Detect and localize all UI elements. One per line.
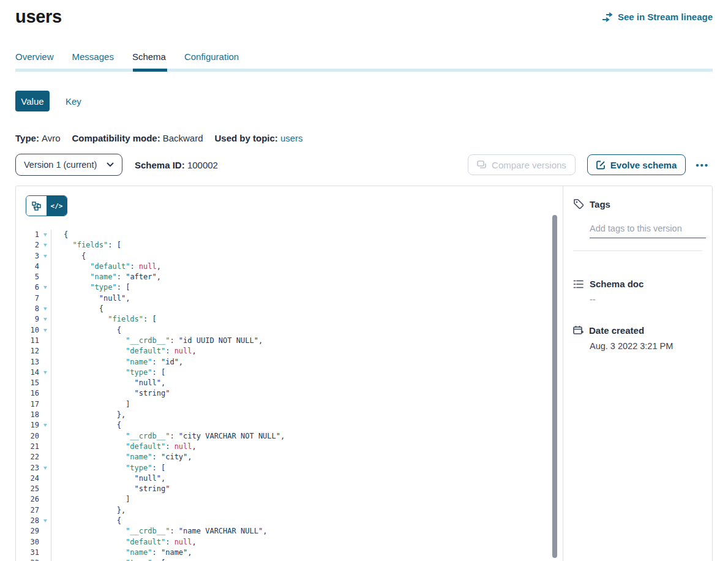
line-number: 19: [16, 420, 39, 431]
page-title: users: [15, 7, 62, 27]
tab-bar: Overview Messages Schema Configuration: [15, 51, 713, 69]
schema-id-label: Schema ID:: [135, 160, 185, 170]
stream-lineage-link[interactable]: See in Stream lineage: [602, 12, 713, 22]
code-text: "__crdb__": "name VARCHAR NULL",: [51, 526, 267, 537]
code-text: "name": "name",: [51, 548, 192, 558]
fold-caret-icon[interactable]: [39, 282, 51, 293]
fold-caret-icon[interactable]: [39, 558, 51, 561]
fold-gutter: [39, 452, 51, 462]
line-number: 16: [16, 388, 39, 399]
code-line: 24 "null",: [16, 473, 563, 484]
value-toggle-button[interactable]: Value: [15, 91, 50, 111]
fold-caret-icon[interactable]: [39, 230, 51, 240]
fold-caret-icon[interactable]: [39, 516, 51, 526]
tags-heading: Tags: [590, 199, 610, 209]
add-tags-input[interactable]: [590, 224, 706, 238]
code-line: 22 "name": "city",: [16, 452, 563, 462]
fold-caret-icon[interactable]: [39, 314, 51, 325]
line-number: 21: [16, 442, 39, 452]
code-line: 30 "default": null,: [16, 537, 563, 548]
used-by-topic-link[interactable]: users: [280, 133, 303, 143]
tag-icon: [573, 198, 584, 209]
line-number: 30: [16, 537, 39, 548]
used-by-topic-label: Used by topic:: [215, 133, 278, 143]
line-number: 13: [16, 357, 39, 367]
editor-scrollbar[interactable]: [552, 215, 557, 558]
more-actions-button[interactable]: •••: [692, 157, 713, 173]
fold-gutter: [39, 357, 51, 367]
fold-gutter: [39, 410, 51, 420]
tree-view-button[interactable]: [26, 196, 47, 216]
tab-messages[interactable]: Messages: [72, 51, 114, 69]
code-text: "null",: [51, 293, 130, 304]
code-block: 1{2 "fields": [3 {4 "default": null,5 "n…: [16, 230, 563, 561]
code-line: 16 "string": [16, 388, 563, 399]
key-toggle-button[interactable]: Key: [66, 96, 81, 107]
code-line: 19 {: [16, 420, 563, 431]
code-text: ]: [51, 399, 130, 410]
code-text: {: [51, 420, 121, 431]
code-line: 3 {: [16, 251, 563, 262]
edit-icon: [596, 160, 606, 170]
line-number: 31: [16, 548, 39, 558]
code-text: "type": [: [51, 558, 165, 561]
date-created-heading: Date created: [589, 325, 644, 336]
line-number: 7: [16, 293, 39, 304]
schema-id-value: 100002: [187, 160, 218, 170]
compare-icon: [477, 160, 487, 170]
type-label: Type:: [15, 133, 39, 143]
version-dropdown[interactable]: Version 1 (current): [15, 154, 122, 176]
schema-id: Schema ID: 100002: [135, 160, 218, 170]
compatibility-meta: Compatibility mode:Backward: [72, 133, 203, 143]
version-dropdown-value: Version 1 (current): [24, 160, 97, 170]
fold-gutter: [39, 484, 51, 494]
code-line: 29 "__crdb__": "name VARCHAR NULL",: [16, 526, 563, 537]
fold-gutter: [39, 442, 51, 452]
fold-caret-icon[interactable]: [39, 304, 51, 314]
code-text: "string": [51, 388, 170, 399]
line-number: 3: [16, 251, 39, 262]
fold-caret-icon[interactable]: [39, 367, 51, 378]
line-number: 27: [16, 505, 39, 516]
line-number: 28: [16, 516, 39, 526]
line-number: 17: [16, 399, 39, 410]
code-line: 10 {: [16, 325, 563, 336]
code-line: 9 "fields": [: [16, 314, 563, 325]
tab-overview[interactable]: Overview: [15, 51, 54, 69]
code-text: },: [51, 505, 126, 516]
fold-caret-icon[interactable]: [39, 420, 51, 431]
fold-caret-icon[interactable]: [39, 251, 51, 262]
compare-versions-label: Compare versions: [492, 160, 566, 170]
code-line: 2 "fields": [: [16, 240, 563, 250]
tab-schema[interactable]: Schema: [132, 51, 166, 69]
fold-caret-icon[interactable]: [39, 325, 51, 336]
schema-doc-heading: Schema doc: [590, 279, 644, 289]
schema-controls-row: Version 1 (current) Schema ID: 100002 Co…: [15, 154, 713, 176]
line-number: 9: [16, 314, 39, 325]
page-header: users See in Stream lineage: [15, 0, 713, 28]
date-created-section-header: Date created: [573, 325, 702, 336]
code-line: 27 },: [16, 505, 563, 516]
code-text: {: [51, 516, 121, 526]
code-line: 20 "__crdb__": "city VARCHAR NOT NULL",: [16, 431, 563, 442]
fold-gutter: [39, 388, 51, 399]
fold-gutter: [39, 272, 51, 282]
code-text: {: [51, 230, 68, 240]
evolve-schema-button[interactable]: Evolve schema: [587, 154, 686, 175]
code-text: {: [51, 304, 103, 314]
code-view-icon: </>: [51, 202, 63, 210]
line-number: 5: [16, 272, 39, 282]
fold-gutter: [39, 473, 51, 484]
code-text: ]: [51, 494, 130, 505]
fold-caret-icon[interactable]: [39, 240, 51, 250]
code-line: 7 "null",: [16, 293, 563, 304]
line-number: 32: [16, 558, 39, 561]
tab-active-indicator: [133, 69, 167, 72]
compare-versions-button[interactable]: Compare versions: [468, 154, 576, 175]
fold-caret-icon[interactable]: [39, 463, 51, 473]
fold-gutter: [39, 399, 51, 410]
code-line: 13 "name": "id",: [16, 357, 563, 367]
code-view-button[interactable]: </>: [47, 196, 67, 216]
tab-configuration[interactable]: Configuration: [184, 51, 239, 69]
code-text: "fields": [: [51, 314, 157, 325]
